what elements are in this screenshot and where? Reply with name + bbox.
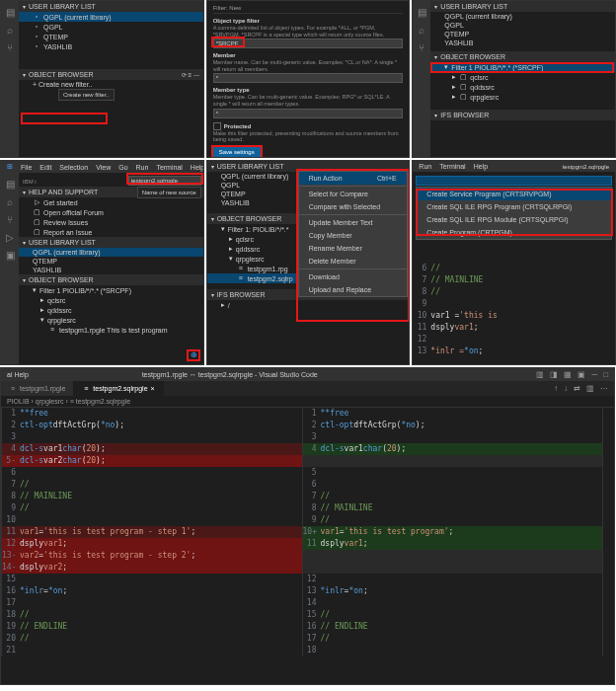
tab-testpgm1[interactable]: ≡testpgm1.rpgle: [1, 381, 74, 396]
help-item[interactable]: ▢Review Issues: [19, 217, 203, 227]
filter-item[interactable]: ▾Filter 1 PIOLIB/*/*.* (*SRCPF): [430, 62, 615, 72]
menu-help[interactable]: Help: [474, 163, 488, 170]
maximize-icon[interactable]: □: [603, 370, 608, 379]
lib-item[interactable]: QTEMP: [19, 257, 203, 266]
object-type-filter-input[interactable]: [213, 38, 404, 48]
lib-qgpl[interactable]: ▫QGPL: [19, 22, 203, 32]
member-desc: Member name. Can be multi-generic value.…: [213, 59, 404, 72]
scm-icon[interactable]: ⑂: [416, 42, 427, 54]
filter-item[interactable]: ▾Filter 1 PIOLIB/*/*.* (*SRCPF): [19, 285, 203, 295]
ctx-upload-replace[interactable]: Upload and Replace: [299, 283, 407, 296]
help-item[interactable]: ▷Get started: [19, 197, 203, 207]
search-icon[interactable]: ⌕: [4, 196, 16, 208]
layout-icon[interactable]: ▥: [536, 370, 544, 379]
lib-item[interactable]: YASHLIB: [430, 38, 615, 47]
menu-help[interactable]: Help: [191, 164, 204, 171]
protected-checkbox[interactable]: [213, 122, 221, 130]
menu-bar[interactable]: ⊞ File Edit Selection View Go Run Termin…: [1, 161, 203, 173]
user-library-header[interactable]: ▾USER LIBRARY LIST: [19, 1, 203, 12]
menu-terminal[interactable]: Terminal: [439, 163, 465, 170]
menu-run[interactable]: Run: [419, 163, 431, 170]
folder-item[interactable]: ▸qclsrc: [19, 295, 203, 305]
ctx-compare-selected[interactable]: Compare with Selected: [299, 200, 407, 213]
title-bar: al Help testpgm1.rpgle ↔ testpgm2.sqlrpg…: [1, 368, 614, 381]
user-library-header[interactable]: ▾USER LIBRARY LIST: [19, 237, 203, 248]
folder-qrpglesrc[interactable]: ▸▢qrpglesrc: [430, 92, 615, 102]
action-crtpgm[interactable]: Create Program (CRTPGM): [417, 226, 611, 239]
scm-icon[interactable]: ⑂: [4, 214, 16, 226]
member-input[interactable]: [213, 73, 404, 83]
action-crtsqlrpgi-mod[interactable]: Create SQL ILE RPG Module (CRTSQLRPGI): [417, 213, 611, 226]
lib-item[interactable]: QGPL: [430, 21, 615, 30]
user-library-header[interactable]: ▾USER LIBRARY LIST: [430, 1, 615, 12]
overview-ruler[interactable]: [602, 408, 614, 656]
object-browser-header[interactable]: ▾OBJECT BROWSER: [19, 274, 203, 285]
more-icon[interactable]: ⋯: [600, 384, 608, 393]
lib-item[interactable]: QGPL (current library): [19, 248, 203, 257]
ctx-update-text[interactable]: Update Member Text: [299, 216, 407, 229]
files-icon[interactable]: ▤: [4, 179, 16, 191]
split-icon[interactable]: ▥: [586, 384, 594, 393]
ifs-browser-header[interactable]: ▾IFS BROWSER: [430, 110, 615, 120]
new-member-icon[interactable]: ⊕: [191, 350, 197, 359]
lib-item[interactable]: YASHLIB: [19, 266, 203, 274]
ext-icon[interactable]: ▣: [4, 250, 16, 262]
ctx-rename-member[interactable]: Rename Member: [299, 242, 407, 255]
scm-icon[interactable]: ⑂: [4, 42, 16, 54]
menu-file[interactable]: File: [21, 164, 32, 171]
lib-qgpl-current[interactable]: ▫QGPL (current library): [19, 12, 203, 22]
next-diff-icon[interactable]: ↓: [564, 384, 568, 393]
member-type-input[interactable]: [213, 109, 404, 118]
ctx-download[interactable]: Download: [299, 270, 407, 283]
diff-right-editor[interactable]: 1**free 2ctl-opt dftActGrp(*no); 3 4dcl-…: [302, 408, 603, 656]
object-browser-header[interactable]: ▾OBJECT BROWSER: [430, 51, 615, 62]
menu-bar[interactable]: Run Terminal Help testpgm2.sqlrpgle: [413, 161, 615, 172]
toggle-icon[interactable]: ⇄: [574, 384, 580, 393]
files-icon[interactable]: ▤: [4, 7, 16, 19]
lib-yashlib[interactable]: ▫YASHLIB: [19, 41, 203, 51]
menu-selection[interactable]: Selection: [59, 164, 88, 171]
new-source-input[interactable]: [128, 176, 201, 186]
help-item[interactable]: ▢Report an Issue: [19, 227, 203, 237]
minimize-icon[interactable]: ─: [591, 370, 597, 379]
ctx-copy-member[interactable]: Copy Member: [299, 229, 407, 242]
layout-icon[interactable]: ▣: [578, 370, 585, 379]
folder-item[interactable]: ▸qddssrc: [19, 305, 203, 315]
menu-edit[interactable]: Edit: [39, 164, 51, 171]
layout-icon[interactable]: ◨: [550, 370, 558, 379]
help-item[interactable]: ▢Open official Forum: [19, 207, 203, 217]
folder-item[interactable]: ▾qrpglesrc: [19, 315, 203, 325]
close-icon[interactable]: ×: [151, 385, 155, 392]
object-browser-header[interactable]: ▾OBJECT BROWSER⟳ ≡ ⋯: [19, 69, 203, 80]
lib-qtemp[interactable]: ▫QTEMP: [19, 32, 203, 41]
ctx-delete-member[interactable]: Delete Member: [299, 255, 407, 268]
files-icon[interactable]: ▤: [416, 7, 427, 19]
save-settings-button[interactable]: Save settings: [213, 147, 261, 157]
menu-view[interactable]: View: [96, 164, 111, 171]
diff-left-editor[interactable]: 1**free 2ctl-opt dftActGrp(*no); 3 4dcl-…: [1, 408, 302, 656]
action-crtsqlrpgi-pgm[interactable]: Create SQL ILE RPG Program (CRTSQLRPGI): [417, 200, 611, 213]
search-icon[interactable]: ⌕: [4, 25, 16, 37]
ifs-root[interactable]: ▸/: [207, 300, 410, 310]
protected-label: Protected: [224, 123, 252, 129]
vscode-icon: ⊞: [7, 163, 13, 171]
ctx-run-action[interactable]: Run ActionCtrl+E: [299, 172, 407, 185]
file-item[interactable]: ≡testpgm1.rpgle This is test program: [19, 325, 203, 335]
tab-testpgm2[interactable]: ≡testpgm2.sqlrpgle×: [74, 381, 163, 396]
folder-qclsrc[interactable]: ▸▢qclsrc: [430, 72, 615, 82]
lib-item[interactable]: QGPL (current library): [430, 12, 615, 21]
menu-terminal[interactable]: Terminal: [156, 164, 182, 171]
ctx-select-compare[interactable]: Select for Compare: [299, 188, 407, 200]
search-icon[interactable]: ⌕: [416, 25, 427, 37]
breadcrumb[interactable]: PIOLIB › qrpglesrc › ≡ testpgm2.sqlrpgle: [1, 396, 614, 408]
action-crtsrvpgm[interactable]: Create Service Program (CRTSRVPGM): [417, 188, 611, 200]
prev-diff-icon[interactable]: ↑: [554, 384, 558, 393]
menu-run[interactable]: Run: [136, 164, 149, 171]
folder-qddssrc[interactable]: ▸▢qddssrc: [430, 82, 615, 92]
action-picker-input[interactable]: [416, 176, 612, 186]
create-filter[interactable]: + Create new filter..: [19, 80, 203, 89]
debug-icon[interactable]: ▷: [4, 232, 16, 244]
menu-go[interactable]: Go: [118, 164, 127, 171]
lib-item[interactable]: QTEMP: [430, 30, 615, 38]
layout-icon[interactable]: ▦: [564, 370, 572, 379]
